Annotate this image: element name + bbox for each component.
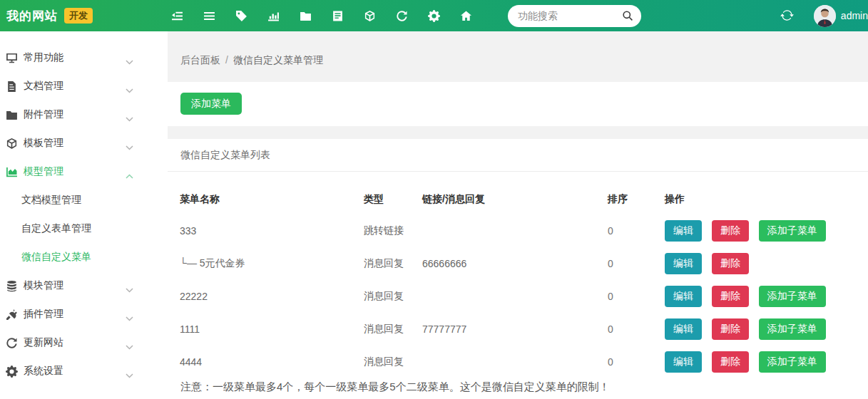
gear-icon[interactable] xyxy=(418,0,450,31)
sidebar-item-label: 文档管理 xyxy=(24,80,63,93)
username[interactable]: admin xyxy=(841,10,868,21)
reply-cell xyxy=(422,214,608,247)
outdent-icon[interactable] xyxy=(161,0,193,31)
breadcrumb-separator: / xyxy=(225,53,228,67)
sidebar-item-template-management[interactable]: 模板管理 xyxy=(0,129,168,157)
sidebar-item-system-settings[interactable]: 系统设置 xyxy=(0,357,168,385)
sort-cell: 0 xyxy=(608,313,665,346)
chevron-down-icon xyxy=(126,113,133,118)
chevron-down-icon xyxy=(126,284,133,289)
search-icon[interactable] xyxy=(622,10,633,21)
limit-note: 注意：一级菜单最多4个，每个一级菜单最多5个二级菜单。这个是微信自定义菜单的限制… xyxy=(168,378,868,399)
sidebar-item-update-website[interactable]: 更新网站 xyxy=(0,328,168,357)
plug-icon xyxy=(6,309,18,321)
bar-chart-icon[interactable] xyxy=(257,0,290,31)
home-icon[interactable] xyxy=(450,0,482,31)
actions-cell: 编辑 删除 添加子菜单 xyxy=(665,346,856,378)
type-cell: 跳转链接 xyxy=(364,214,422,247)
menu-table: 菜单名称 类型 链接/消息回复 排序 操作 333 跳转链接 0 编辑 xyxy=(180,172,856,378)
edit-button[interactable]: 编辑 xyxy=(665,318,702,340)
sync-icon[interactable] xyxy=(780,9,795,23)
sidebar-item-plugin-management[interactable]: 插件管理 xyxy=(0,300,168,328)
actions-cell: 编辑 删除 添加子菜单 xyxy=(665,214,856,247)
refresh-icon xyxy=(6,337,18,349)
edit-button[interactable]: 编辑 xyxy=(665,286,702,307)
folder-icon[interactable] xyxy=(290,0,322,31)
sort-cell: 0 xyxy=(608,346,665,378)
tag-icon[interactable] xyxy=(225,0,257,31)
sidebar-subitem-label: 文档模型管理 xyxy=(21,194,81,207)
add-submenu-button[interactable]: 添加子菜单 xyxy=(759,286,826,307)
breadcrumb-root[interactable]: 后台面板 xyxy=(180,53,220,67)
env-badge: 开发 xyxy=(64,8,93,24)
edit-button[interactable]: 编辑 xyxy=(665,253,702,274)
sidebar-item-label: 模板管理 xyxy=(24,137,63,150)
col-header-sort: 排序 xyxy=(608,172,665,214)
edit-button[interactable]: 编辑 xyxy=(665,220,702,242)
col-header-menu-name: 菜单名称 xyxy=(180,172,364,214)
chevron-down-icon xyxy=(126,341,133,346)
sidebar-subitem-label: 自定义表单管理 xyxy=(21,222,91,235)
monitor-icon xyxy=(6,52,18,64)
delete-button[interactable]: 删除 xyxy=(712,286,749,307)
top-bar: 我的网站 开发 admin xyxy=(0,0,868,31)
type-cell: 消息回复 xyxy=(364,247,422,280)
sidebar-item-common-functions[interactable]: 常用功能 xyxy=(0,43,168,72)
sort-cell: 0 xyxy=(608,214,665,247)
menu-table-wrap: 菜单名称 类型 链接/消息回复 排序 操作 333 跳转链接 0 编辑 xyxy=(168,172,868,378)
delete-button[interactable]: 删除 xyxy=(712,318,749,340)
table-row: └— 5元代金券 消息回复 66666666 0 编辑 删除 xyxy=(180,247,856,280)
chevron-down-icon xyxy=(126,312,133,317)
table-row: 22222 消息回复 0 编辑 删除 添加子菜单 xyxy=(180,280,856,313)
menu-name-cell: 1111 xyxy=(180,313,364,346)
add-submenu-button[interactable]: 添加子菜单 xyxy=(759,318,826,340)
panel-title: 微信自定义菜单列表 xyxy=(168,139,868,172)
sidebar-item-label: 模型管理 xyxy=(24,165,63,178)
chevron-down-icon xyxy=(126,84,133,89)
add-submenu-button[interactable]: 添加子菜单 xyxy=(759,220,826,242)
delete-button[interactable]: 删除 xyxy=(712,351,749,373)
sidebar-item-label: 系统设置 xyxy=(24,365,63,378)
avatar[interactable] xyxy=(814,5,836,27)
form-icon[interactable] xyxy=(322,0,354,31)
sidebar-item-model-management[interactable]: 模型管理 xyxy=(0,157,168,186)
refresh-icon[interactable] xyxy=(386,0,418,31)
sidebar-item-document-management[interactable]: 文档管理 xyxy=(0,72,168,100)
delete-button[interactable]: 删除 xyxy=(712,220,749,242)
table-row: 4444 消息回复 0 编辑 删除 添加子菜单 xyxy=(180,346,856,378)
reply-cell: 66666666 xyxy=(422,247,608,280)
sort-cell: 0 xyxy=(608,280,665,313)
search-box xyxy=(508,5,641,27)
delete-button[interactable]: 删除 xyxy=(712,253,749,274)
menu-icon[interactable] xyxy=(193,0,225,31)
sidebar-item-attachment-management[interactable]: 附件管理 xyxy=(0,100,168,129)
sidebar-item-label: 更新网站 xyxy=(24,336,63,349)
reply-cell: 77777777 xyxy=(422,313,608,346)
col-header-link-reply: 链接/消息回复 xyxy=(422,172,608,214)
actions-cell: 编辑 删除 添加子菜单 xyxy=(665,313,856,346)
table-row: 1111 消息回复 77777777 0 编辑 删除 添加子菜单 xyxy=(180,313,856,346)
sidebar: 常用功能 文档管理 附件管理 模板管理 模型管理 文档模型管理 自定义表单管理 … xyxy=(0,31,168,399)
folder-icon xyxy=(6,109,18,121)
reply-cell xyxy=(422,346,608,378)
search-input[interactable] xyxy=(518,10,622,21)
chevron-down-icon xyxy=(126,141,133,146)
reply-cell xyxy=(422,280,608,313)
col-header-actions: 操作 xyxy=(665,172,856,214)
sidebar-subitem-document-model[interactable]: 文档模型管理 xyxy=(0,186,168,214)
sidebar-item-module-management[interactable]: 模块管理 xyxy=(0,271,168,300)
top-bar-right: admin xyxy=(780,5,868,27)
top-nav-icons xyxy=(161,0,482,31)
chevron-down-icon xyxy=(126,369,133,374)
type-cell: 消息回复 xyxy=(364,280,422,313)
edit-button[interactable]: 编辑 xyxy=(665,351,702,373)
sidebar-subitem-wechat-custom-menu[interactable]: 微信自定义菜单 xyxy=(0,243,168,271)
cube-icon[interactable] xyxy=(354,0,386,31)
add-submenu-button[interactable]: 添加子菜单 xyxy=(759,351,826,373)
menu-name-cell: └— 5元代金券 xyxy=(180,247,364,280)
sidebar-subitem-custom-form[interactable]: 自定义表单管理 xyxy=(0,214,168,243)
breadcrumb: 后台面板 / 微信自定义菜单管理 xyxy=(168,31,868,82)
add-menu-button[interactable]: 添加菜单 xyxy=(180,93,242,115)
actions-cell: 编辑 删除 添加子菜单 xyxy=(665,280,856,313)
sidebar-subitem-label: 微信自定义菜单 xyxy=(21,251,91,264)
